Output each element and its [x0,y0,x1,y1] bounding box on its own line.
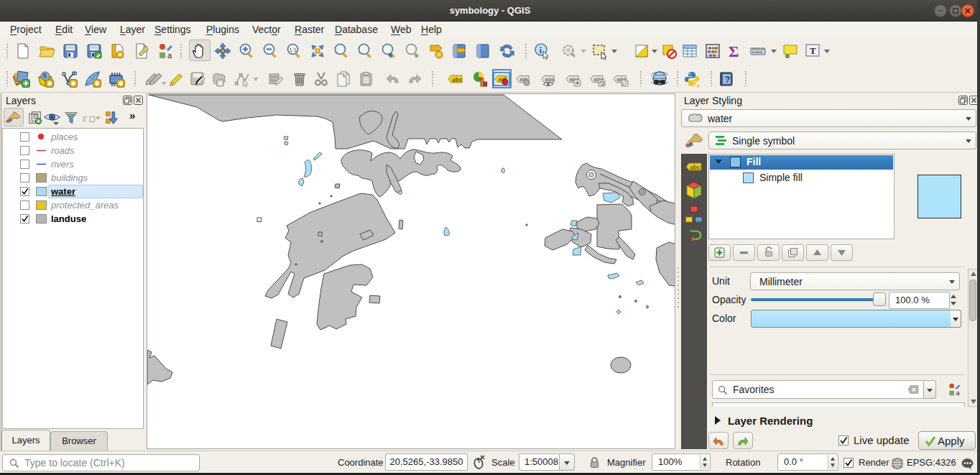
svg-text:?: ? [725,74,731,85]
svg-text:Σ: Σ [729,42,739,60]
svg-text:abc: abc [545,76,555,83]
svg-text:abc: abc [690,164,701,171]
svg-text:1:1: 1:1 [290,47,297,53]
svg-text:T: T [810,45,816,56]
svg-text:a: a [167,51,172,60]
svg-text:abc: abc [452,76,463,83]
svg-text:a: a [956,389,961,397]
svg-text:ε: ε [83,112,87,124]
svg-text:i: i [540,45,542,55]
